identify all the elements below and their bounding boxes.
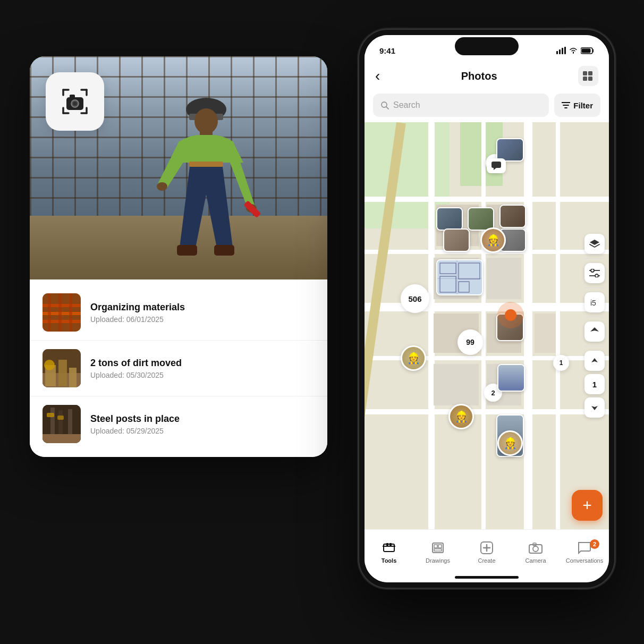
svg-rect-70	[434, 549, 442, 551]
svg-rect-25	[69, 368, 77, 387]
battery-icon	[581, 47, 594, 54]
svg-rect-24	[58, 360, 67, 386]
list-item[interactable]: Organizing materials Uploaded: 06/01/202…	[30, 285, 327, 341]
camera-tab-icon	[528, 540, 543, 555]
map-chat-bubble	[487, 158, 506, 173]
arrow-up-icon	[591, 357, 598, 365]
svg-rect-36	[562, 48, 563, 54]
camera-svg-icon	[529, 542, 543, 554]
photo-card: Organizing materials Uploaded: 06/01/202…	[30, 56, 327, 457]
nav-header: ‹ Photos	[365, 62, 609, 90]
svg-rect-56	[492, 162, 501, 168]
tab-drawings[interactable]: Drawings	[413, 540, 462, 564]
svg-rect-11	[177, 245, 197, 256]
map-block-4	[487, 258, 521, 299]
svg-rect-64	[383, 546, 395, 547]
tool-divider	[584, 258, 605, 259]
layers-button[interactable]	[584, 234, 605, 254]
list-item-text-2: 2 tons of dirt moved Uploaded: 05/30/202…	[90, 358, 315, 379]
zoom-level-button[interactable]: 1	[584, 374, 605, 394]
photo-thumb-2	[43, 349, 81, 387]
filter-label: Filter	[573, 101, 593, 110]
map-photo-worker-3[interactable]: 👷	[448, 404, 474, 429]
svg-rect-3	[70, 95, 75, 98]
home-indicator	[365, 572, 609, 582]
tab-camera[interactable]: Camera	[511, 540, 560, 564]
conversations-tab-label: Conversations	[566, 557, 603, 564]
filter-button[interactable]: Filter	[554, 94, 600, 117]
map-photo-worker-1[interactable]: 👷	[480, 227, 506, 253]
svg-point-26	[44, 360, 55, 370]
list-item[interactable]: Steel posts in place Uploaded: 05/29/202…	[30, 396, 327, 452]
map-photo-worker-4[interactable]: 👷	[497, 430, 523, 456]
markup-icon: i5	[589, 297, 600, 308]
svg-point-6	[194, 108, 218, 134]
map-road-v2	[481, 122, 486, 529]
zoom-label: 1	[592, 380, 597, 389]
map-cluster-506[interactable]: 506	[401, 284, 429, 313]
tools-tab-label: Tools	[382, 557, 397, 564]
svg-rect-19	[58, 293, 62, 332]
svg-rect-40	[583, 71, 587, 75]
map-area[interactable]: 👷 👷 👷 👷	[365, 122, 609, 529]
list-item[interactable]: 2 tons of dirt moved Uploaded: 05/30/202…	[30, 341, 327, 396]
map-photo-worker-2[interactable]: 👷	[401, 345, 426, 371]
list-item-title-2: 2 tons of dirt moved	[90, 358, 315, 369]
svg-rect-13	[189, 162, 223, 167]
svg-point-75	[533, 546, 538, 552]
map-tools: i5	[584, 234, 605, 418]
map-grid-icon	[582, 71, 594, 81]
list-item-subtitle-3: Uploaded: 05/29/2025	[90, 427, 315, 435]
map-photo-3[interactable]	[468, 207, 494, 231]
tab-tools[interactable]: Tools	[365, 540, 413, 564]
scene: Organizing materials Uploaded: 06/01/202…	[30, 30, 614, 614]
create-icon	[479, 540, 494, 555]
search-bar[interactable]: Search	[373, 94, 549, 117]
markup-button[interactable]: i5	[584, 292, 605, 312]
status-icons	[556, 47, 594, 54]
tab-conversations[interactable]: 2 Conversations	[560, 540, 609, 564]
map-photo-2[interactable]	[436, 207, 463, 231]
map-road-h1	[365, 197, 609, 202]
worker-illustration	[111, 78, 281, 279]
camera-tab-label: Camera	[525, 557, 546, 564]
svg-point-8	[157, 182, 167, 191]
map-photo-4[interactable]	[499, 205, 526, 228]
create-svg-icon	[480, 541, 494, 555]
svg-point-59	[591, 269, 594, 272]
map-block-7	[434, 364, 479, 405]
svg-rect-34	[556, 51, 558, 54]
sliders-icon	[589, 269, 600, 277]
svg-rect-69	[438, 545, 442, 548]
map-road-h5	[365, 409, 609, 414]
svg-rect-68	[434, 545, 437, 548]
svg-rect-49	[437, 260, 483, 295]
drawings-icon	[430, 540, 445, 555]
search-bar-row: Search Filter	[365, 90, 609, 122]
list-item-title-3: Steel posts in place	[90, 413, 315, 425]
map-cluster-1[interactable]: 1	[553, 355, 569, 371]
settings-button[interactable]	[584, 263, 605, 283]
signal-icon	[556, 47, 566, 54]
up-button[interactable]	[584, 351, 605, 371]
map-photo-5[interactable]	[443, 228, 470, 252]
list-item-text-3: Steel posts in place Uploaded: 05/29/202…	[90, 413, 315, 435]
phone-screen: 9:41	[365, 35, 609, 582]
svg-rect-66	[389, 543, 392, 546]
tab-create[interactable]: Create	[462, 540, 511, 564]
svg-rect-20	[69, 293, 72, 332]
wifi-icon	[569, 47, 578, 54]
bottom-tab-bar: Tools Drawings	[365, 529, 609, 572]
svg-point-61	[595, 274, 598, 277]
svg-rect-63	[384, 544, 394, 552]
camera-scan-icon	[59, 86, 91, 117]
down-button[interactable]	[584, 397, 605, 418]
back-button[interactable]: ‹	[375, 67, 380, 84]
add-fab-button[interactable]: +	[572, 490, 603, 521]
map-photo-crane[interactable]	[497, 364, 525, 392]
map-view-button[interactable]	[578, 66, 598, 86]
map-photo-blueprint[interactable]	[436, 259, 483, 295]
navigate-button[interactable]	[584, 321, 605, 342]
map-cluster-99[interactable]: 99	[457, 329, 483, 355]
svg-rect-12	[214, 245, 234, 256]
